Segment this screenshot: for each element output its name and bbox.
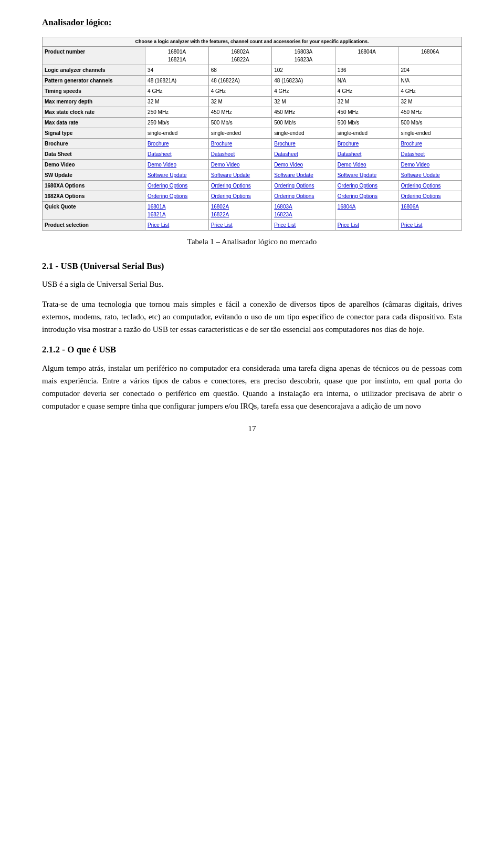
cell[interactable]: Software Update	[145, 170, 209, 181]
pricelist-link-5[interactable]: Price List	[401, 222, 422, 228]
1682xa-link-2[interactable]: Ordering Options	[211, 193, 251, 199]
cell[interactable]: Ordering Options	[335, 191, 398, 202]
datasheet-link-4[interactable]: Datasheet	[338, 151, 362, 157]
1680xa-link-4[interactable]: Ordering Options	[338, 183, 377, 189]
cell[interactable]: Price List	[398, 220, 462, 231]
cell[interactable]: Ordering Options	[145, 181, 209, 191]
cell: single-ended	[335, 128, 398, 139]
cell-qq-4[interactable]: 16804A	[335, 202, 398, 220]
1682xa-link-4[interactable]: Ordering Options	[338, 193, 377, 199]
pricelist-link-3[interactable]: Price List	[274, 222, 296, 228]
cell[interactable]: Datasheet	[145, 149, 209, 160]
qq-link-5a[interactable]: 16806A	[401, 204, 418, 210]
cell[interactable]: Ordering Options	[145, 191, 209, 202]
cell[interactable]: Price List	[208, 220, 272, 231]
pricelist-link-4[interactable]: Price List	[338, 222, 359, 228]
row-label-1682xa: 1682XA Options	[43, 191, 145, 202]
cell[interactable]: Demo Video	[208, 160, 272, 170]
table-row: Max data rate 250 Mb/s 500 Mb/s 500 Mb/s…	[43, 118, 462, 128]
cell: 250 MHz	[145, 107, 209, 118]
cell[interactable]: Ordering Options	[398, 181, 462, 191]
demo-link-2[interactable]: Demo Video	[211, 162, 240, 168]
cell-brochure-3[interactable]: Brochure	[272, 139, 335, 149]
qq-link-2a[interactable]: 16802A	[211, 204, 229, 210]
sw-link-2[interactable]: Software Update	[211, 172, 250, 178]
sw-link-4[interactable]: Software Update	[338, 172, 377, 178]
sw-link-3[interactable]: Software Update	[274, 172, 313, 178]
qq-link-1a[interactable]: 16801A	[148, 204, 165, 210]
cell-brochure-5[interactable]: Brochure	[398, 139, 462, 149]
datasheet-link-1[interactable]: Datasheet	[148, 151, 172, 157]
cell-brochure-1[interactable]: Brochure	[145, 139, 209, 149]
qq-link-2b[interactable]: 16822A	[211, 212, 229, 217]
cell[interactable]: Datasheet	[398, 149, 462, 160]
cell: single-ended	[398, 128, 462, 139]
1680xa-link-3[interactable]: Ordering Options	[274, 183, 314, 189]
cell[interactable]: Price List	[145, 220, 209, 231]
sw-link-1[interactable]: Software Update	[148, 172, 187, 178]
cell[interactable]: Ordering Options	[208, 181, 272, 191]
cell[interactable]: Datasheet	[208, 149, 272, 160]
row-label: Timing speeds	[43, 86, 145, 97]
qq-link-4a[interactable]: 16804A	[338, 204, 355, 210]
cell[interactable]: Datasheet	[272, 149, 335, 160]
brochure-link-5[interactable]: Brochure	[401, 141, 422, 147]
cell[interactable]: Software Update	[208, 170, 272, 181]
qq-link-1b[interactable]: 16821A	[148, 212, 165, 217]
cell[interactable]: Price List	[335, 220, 398, 231]
pricelist-link-2[interactable]: Price List	[211, 222, 233, 228]
1682xa-link-1[interactable]: Ordering Options	[148, 193, 187, 199]
brochure-link-4[interactable]: Brochure	[338, 141, 359, 147]
logic-analyzer-table: Choose a logic analyzer with the feature…	[42, 37, 462, 231]
demo-link-4[interactable]: Demo Video	[338, 162, 366, 168]
cell: 450 MHz	[335, 107, 398, 118]
demo-link-3[interactable]: Demo Video	[274, 162, 303, 168]
section-212-heading: 2.1.2 - O que é USB	[42, 343, 462, 357]
cell: 34	[145, 65, 209, 76]
1682xa-link-3[interactable]: Ordering Options	[274, 193, 314, 199]
cell[interactable]: Datasheet	[335, 149, 398, 160]
cell[interactable]: Demo Video	[272, 160, 335, 170]
cell[interactable]: Demo Video	[335, 160, 398, 170]
cell[interactable]: Price List	[272, 220, 335, 231]
datasheet-link-3[interactable]: Datasheet	[274, 151, 298, 157]
demo-link-1[interactable]: Demo Video	[148, 162, 176, 168]
brochure-link-1[interactable]: Brochure	[148, 141, 169, 147]
cell[interactable]: Ordering Options	[272, 191, 335, 202]
cell[interactable]: Demo Video	[398, 160, 462, 170]
cell-qq-1[interactable]: 16801A 16821A	[145, 202, 209, 220]
cell-qq-3[interactable]: 16803A 16823A	[272, 202, 335, 220]
cell[interactable]: Software Update	[398, 170, 462, 181]
1682xa-link-5[interactable]: Ordering Options	[401, 193, 440, 199]
qq-link-3b[interactable]: 16823A	[274, 212, 292, 217]
1680xa-link-1[interactable]: Ordering Options	[148, 183, 187, 189]
datasheet-link-5[interactable]: Datasheet	[401, 151, 425, 157]
cell[interactable]: Ordering Options	[335, 181, 398, 191]
cell-qq-5[interactable]: 16806A	[398, 202, 462, 220]
cell[interactable]: Ordering Options	[398, 191, 462, 202]
qq-link-3a[interactable]: 16803A	[274, 204, 292, 210]
demo-link-5[interactable]: Demo Video	[401, 162, 429, 168]
datasheet-link-2[interactable]: Datasheet	[211, 151, 235, 157]
col-header-3: 16803A16823A	[272, 47, 335, 65]
cell: 450 MHz	[272, 107, 335, 118]
table-row-demo: Demo Video Demo Video Demo Video Demo Vi…	[43, 160, 462, 170]
1680xa-link-2[interactable]: Ordering Options	[211, 183, 251, 189]
cell[interactable]: Ordering Options	[272, 181, 335, 191]
1680xa-link-5[interactable]: Ordering Options	[401, 183, 440, 189]
cell: N/A	[398, 76, 462, 86]
cell: 32 M	[145, 97, 209, 107]
cell[interactable]: Demo Video	[145, 160, 209, 170]
cell: 32 M	[272, 97, 335, 107]
pricelist-link-1[interactable]: Price List	[148, 222, 169, 228]
cell[interactable]: Ordering Options	[208, 191, 272, 202]
table-row: Max state clock rate 250 MHz 450 MHz 450…	[43, 107, 462, 118]
cell-brochure-2[interactable]: Brochure	[208, 139, 272, 149]
cell[interactable]: Software Update	[335, 170, 398, 181]
cell-qq-2[interactable]: 16802A 16822A	[208, 202, 272, 220]
sw-link-5[interactable]: Software Update	[401, 172, 440, 178]
cell-brochure-4[interactable]: Brochure	[335, 139, 398, 149]
cell[interactable]: Software Update	[272, 170, 335, 181]
brochure-link-3[interactable]: Brochure	[274, 141, 296, 147]
brochure-link-2[interactable]: Brochure	[211, 141, 233, 147]
